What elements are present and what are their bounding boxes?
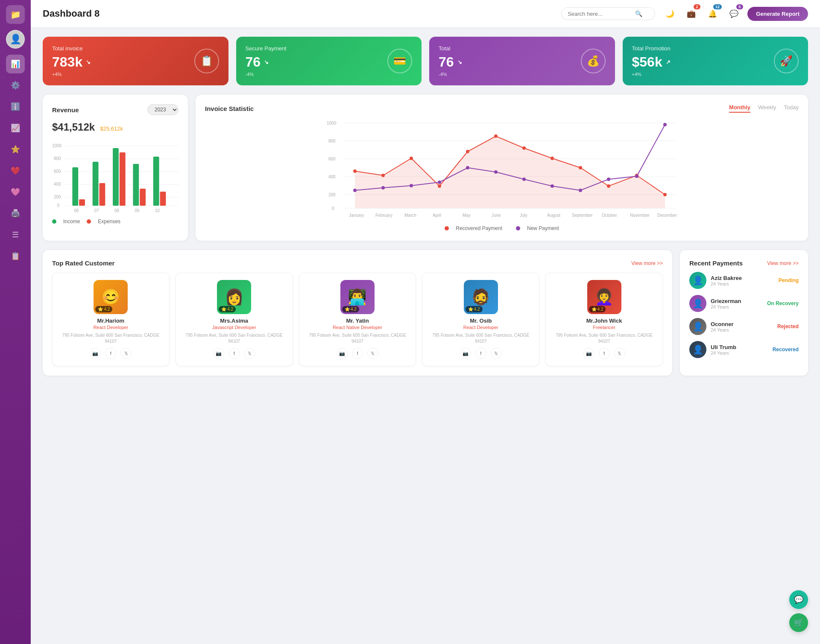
sidebar-item-settings[interactable]: ⚙️ xyxy=(6,76,25,95)
invoice-card-header: Invoice Statistic Monthly Weekly Today xyxy=(205,104,799,113)
instagram-icon-0[interactable]: 📷 xyxy=(90,348,101,359)
svg-text:March: March xyxy=(404,213,416,218)
customers-view-more[interactable]: View more >> xyxy=(631,260,663,266)
chat-icon-btn[interactable]: 💬 5 xyxy=(726,6,741,21)
generate-report-button[interactable]: Generate Report xyxy=(747,7,808,21)
header-icons: 🌙 💼 2 🔔 12 💬 5 Generate Report xyxy=(662,6,808,21)
stat-card-promotion: Total Promotion $56k ↗ +4% 🚀 xyxy=(623,37,808,85)
wallet-icon-btn[interactable]: 💼 2 xyxy=(683,6,699,21)
facebook-icon-0[interactable]: f xyxy=(105,348,116,359)
support-fab[interactable]: 💬 xyxy=(789,590,808,609)
twitter-icon-2[interactable]: 𝕏 xyxy=(367,348,378,359)
bell-badge: 12 xyxy=(713,4,722,9)
payment-label: Secure Payment xyxy=(246,45,287,52)
twitter-icon-4[interactable]: 𝕏 xyxy=(614,348,625,359)
payment-age-3: 24 Years xyxy=(711,350,768,356)
customer-socials-3: 📷 f 𝕏 xyxy=(428,348,534,359)
stat-card-invoice: Total invoice 783k ↘ +4% 📋 xyxy=(43,37,228,85)
dot-n-nov xyxy=(635,175,638,178)
instagram-icon-1[interactable]: 📷 xyxy=(213,348,224,359)
tab-monthly[interactable]: Monthly xyxy=(729,104,750,113)
svg-text:October: October xyxy=(602,213,617,218)
chat-badge: 5 xyxy=(736,4,743,9)
customers-title: Top Rated Customer xyxy=(52,259,114,267)
income-legend-dot xyxy=(52,219,56,224)
customers-card: Top Rated Customer View more >> 😊 ⭐ 4.2 … xyxy=(43,250,672,376)
facebook-icon-4[interactable]: f xyxy=(599,348,610,359)
svg-rect-16 xyxy=(113,148,119,206)
payment-status-1: On Recovery xyxy=(767,300,799,306)
dot-r-jul xyxy=(522,146,526,150)
sidebar-item-list[interactable]: 📋 xyxy=(6,247,25,265)
rating-badge-3: ⭐ 4.2 xyxy=(466,306,483,312)
sidebar-avatar[interactable]: 👤 xyxy=(6,30,25,49)
twitter-icon-1[interactable]: 𝕏 xyxy=(244,348,255,359)
invoice-value: 783k ↘ xyxy=(52,54,91,70)
charts-row: Revenue 202320222021 $41,512k $25,612k xyxy=(43,95,808,241)
customer-socials-2: 📷 f 𝕏 xyxy=(305,348,411,359)
customer-role-3: React Developer xyxy=(428,325,534,330)
svg-text:600: 600 xyxy=(328,157,336,161)
dot-n-aug xyxy=(551,184,554,188)
payment-age-0: 24 Years xyxy=(711,281,774,286)
sidebar-item-hearts[interactable]: 🩷 xyxy=(6,183,25,201)
revenue-main-value: $41,512k xyxy=(52,121,95,133)
promo-trend: +4% xyxy=(632,72,671,77)
customer-name-1: Mrs.Asima xyxy=(181,318,287,324)
twitter-icon-3[interactable]: 𝕏 xyxy=(491,348,502,359)
search-box[interactable]: 🔍 xyxy=(561,7,655,20)
sidebar-item-liked[interactable]: ❤️ xyxy=(6,161,25,180)
dark-mode-toggle[interactable]: 🌙 xyxy=(662,6,677,21)
content-area: Total invoice 783k ↘ +4% 📋 Secure Paymen… xyxy=(31,27,820,644)
instagram-icon-3[interactable]: 📷 xyxy=(460,348,471,359)
instagram-icon-2[interactable]: 📷 xyxy=(337,348,348,359)
payments-view-more[interactable]: View more >> xyxy=(767,260,799,266)
facebook-icon-2[interactable]: f xyxy=(352,348,363,359)
customer-card-3: 🧔 ⭐ 4.2 Mr. Osib React Developer 795 Fol… xyxy=(422,273,539,366)
customer-role-4: Freelancer xyxy=(551,325,657,330)
customer-name-0: Mr.Hariom xyxy=(58,318,164,324)
customers-header: Top Rated Customer View more >> xyxy=(52,259,663,267)
bell-icon-btn[interactable]: 🔔 12 xyxy=(705,6,720,21)
year-select[interactable]: 202320222021 xyxy=(147,104,179,115)
instagram-icon-4[interactable]: 📷 xyxy=(583,348,594,359)
svg-text:1000: 1000 xyxy=(52,143,62,148)
customer-socials-0: 📷 f 𝕏 xyxy=(58,348,164,359)
facebook-icon-3[interactable]: f xyxy=(475,348,486,359)
svg-text:January: January xyxy=(349,213,364,218)
customer-addr-4: 795 Folsom Ave, Suite 600 San Francisco,… xyxy=(551,332,657,344)
tab-weekly[interactable]: Weekly xyxy=(758,104,776,113)
svg-text:200: 200 xyxy=(54,195,61,199)
svg-text:September: September xyxy=(572,213,593,218)
cart-fab[interactable]: 🛒 xyxy=(789,613,808,632)
expense-legend-dot xyxy=(87,219,91,224)
sidebar-item-dashboard[interactable]: 📊 xyxy=(6,55,25,73)
area-fill xyxy=(355,136,665,208)
dot-n-jun xyxy=(494,170,498,174)
svg-text:May: May xyxy=(463,213,471,218)
customer-avatar-0: 😊 ⭐ 4.2 xyxy=(94,280,128,314)
dot-n-jan xyxy=(353,189,357,192)
sidebar-item-info[interactable]: ℹ️ xyxy=(6,97,25,116)
revenue-card: Revenue 202320222021 $41,512k $25,612k xyxy=(43,95,188,241)
twitter-icon-0[interactable]: 𝕏 xyxy=(120,348,132,359)
customer-role-2: React Native Developer xyxy=(305,325,411,330)
tab-today[interactable]: Today xyxy=(784,104,799,113)
facebook-icon-1[interactable]: f xyxy=(228,348,240,359)
payment-name-2: Oconner xyxy=(711,321,773,327)
revenue-title: Revenue xyxy=(52,106,79,114)
sidebar-item-print[interactable]: 🖨️ xyxy=(6,204,25,223)
search-input[interactable] xyxy=(568,11,632,17)
total-label: Total xyxy=(439,45,462,52)
payment-item-3: 👤 Uli Trumb 24 Years Recovered xyxy=(689,341,799,358)
sidebar-item-menu[interactable]: ☰ xyxy=(6,225,25,244)
sidebar-item-analytics[interactable]: 📈 xyxy=(6,119,25,137)
dot-n-dec xyxy=(663,123,667,126)
svg-text:July: July xyxy=(520,213,527,218)
bar-chart-svg: 1000 800 600 400 200 0 xyxy=(52,137,179,214)
rating-badge-4: ⭐ 4.2 xyxy=(589,306,606,312)
svg-text:10: 10 xyxy=(155,208,160,213)
payments-list: 👤 Aziz Bakree 24 Years Pending 👤 Griezer… xyxy=(689,272,799,358)
sidebar-item-favorites[interactable]: ⭐ xyxy=(6,140,25,159)
customer-role-1: Javascript Developer xyxy=(181,325,287,330)
